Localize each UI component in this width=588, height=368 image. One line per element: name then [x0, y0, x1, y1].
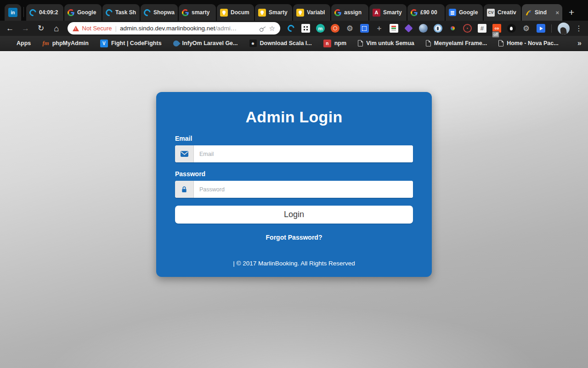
npm-icon: n: [323, 40, 331, 47]
scala-download-icon: *: [249, 40, 257, 47]
bookmark-codefights[interactable]: V Fight | CodeFights: [100, 40, 162, 47]
tab-google[interactable]: Google: [64, 4, 102, 21]
page-title: Admin Login: [175, 108, 413, 126]
pinned-tab-divider: [23, 7, 24, 17]
tab-shopware[interactable]: Shopwa: [141, 4, 178, 21]
clock-extension-icon[interactable]: [463, 24, 472, 33]
gear-extension-icon[interactable]: ⚙: [345, 24, 354, 33]
lightbulb-icon: [258, 9, 266, 17]
crescent-extension-icon[interactable]: [286, 23, 296, 33]
address-bar[interactable]: ! Not Secure | admin.sindo.dev.marlinboo…: [68, 22, 280, 34]
page-icon: [358, 40, 363, 46]
move-tool-extension-icon[interactable]: +: [375, 24, 384, 33]
linkedin-icon: in: [8, 8, 17, 17]
bookmark-infyom[interactable]: InfyOm Laravel Ge...: [173, 40, 238, 46]
tab-creative[interactable]: CV Creativ: [484, 4, 521, 21]
tab-timer[interactable]: 04:09:2: [26, 4, 63, 21]
reload-button[interactable]: ↻: [35, 24, 46, 32]
lightbulb-icon: [220, 9, 228, 17]
not-secure-warning-icon[interactable]: !: [73, 26, 79, 31]
color-picker-extension-icon[interactable]: [448, 24, 457, 33]
email-label: Email: [175, 135, 413, 142]
bookmark-npm[interactable]: n npm: [323, 40, 346, 47]
tab-linkedin-pinned[interactable]: in: [5, 4, 21, 21]
tab-smarty-a[interactable]: A Smarty: [369, 4, 407, 21]
hashtag-extension-icon[interactable]: #: [478, 24, 486, 33]
password-key-icon[interactable]: [258, 24, 266, 32]
copyright-footer: | © 2017 MarlinBooking. All Rights Reser…: [175, 260, 413, 267]
browser-toolbar: ← → ↻ ⌂ ! Not Secure | admin.sindo.dev.m…: [0, 21, 588, 36]
url-text: admin.sindo.dev.marlinbooking.net/admi…: [120, 25, 256, 32]
profile-avatar[interactable]: [558, 23, 570, 34]
tab-strip: in 04:09:2 Google Task Sh Shopwa smarty …: [0, 0, 588, 21]
qr-scanner-extension-icon[interactable]: [301, 24, 310, 33]
back-button[interactable]: ←: [5, 24, 16, 32]
cv-icon: CV: [487, 9, 495, 17]
google-icon: [68, 9, 74, 16]
password-input-group: [175, 181, 413, 198]
marlin-icon: [525, 9, 532, 16]
tab-documentation[interactable]: Docum: [217, 4, 254, 21]
home-button[interactable]: ⌂: [51, 24, 62, 33]
password-label: Password: [175, 170, 413, 178]
tab-google-docs[interactable]: Google: [446, 4, 483, 21]
password-input[interactable]: [194, 181, 413, 198]
page-content: Admin Login Email Password Login Forgot …: [0, 51, 588, 368]
bookmark-phpmyadmin[interactable]: fm phpMyAdmin: [42, 40, 89, 47]
tab-variable[interactable]: Variabl: [293, 4, 330, 21]
purple-diamond-extension-icon[interactable]: [404, 24, 413, 33]
crescent-icon: [142, 8, 152, 17]
tab-smarty-docs[interactable]: Smarty: [255, 4, 292, 21]
email-input[interactable]: [194, 145, 413, 162]
colorzilla-extension-icon[interactable]: cooff: [492, 24, 501, 33]
select-area-extension-icon[interactable]: [360, 24, 369, 33]
opera-extension-icon[interactable]: [434, 24, 442, 33]
docs-icon: [449, 9, 456, 16]
gear-burst-extension-icon[interactable]: ⚙: [522, 24, 531, 33]
letter-a-icon: A: [373, 9, 380, 17]
bookmark-star-icon[interactable]: ☆: [269, 25, 275, 32]
page-icon: [426, 40, 431, 46]
notes-extension-icon[interactable]: [390, 24, 398, 33]
not-secure-label: Not Secure: [82, 25, 112, 32]
ubuntu-extension-icon[interactable]: [331, 24, 339, 33]
google-icon: [411, 9, 418, 16]
toolbar-divider: [551, 24, 552, 33]
browser-menu-icon[interactable]: ⋮: [575, 24, 582, 33]
tab-task[interactable]: Task Sh: [102, 4, 140, 21]
bookmark-apps[interactable]: Apps: [6, 40, 31, 47]
bookmark-menyelami[interactable]: Menyelami Frame...: [426, 40, 487, 46]
tab-smarty-search[interactable]: smarty: [179, 4, 216, 21]
envelope-icon: [175, 145, 194, 162]
page-icon: [498, 40, 503, 46]
bookmark-nova[interactable]: Home - Nova Pac...: [498, 40, 559, 46]
flame-extension-icon[interactable]: [507, 24, 516, 33]
apps-grid-icon: [6, 40, 13, 47]
admin-login-card: Admin Login Email Password Login Forgot …: [156, 92, 432, 277]
bookmarks-overflow-icon[interactable]: »: [577, 39, 582, 47]
mail-tracker-extension-icon[interactable]: m: [316, 24, 325, 33]
forgot-password-link[interactable]: Forgot Password?: [175, 234, 413, 241]
tab-currency[interactable]: £90 00: [407, 4, 445, 21]
login-button[interactable]: Login: [175, 206, 413, 224]
new-tab-button[interactable]: +: [569, 7, 574, 18]
bookmarks-bar: Apps fm phpMyAdmin V Fight | CodeFights …: [0, 36, 588, 51]
tab-sindo-active[interactable]: Sind ×: [522, 4, 562, 21]
lock-icon: [175, 181, 194, 198]
phpmyadmin-icon: fm: [42, 40, 49, 47]
infyom-icon: [172, 39, 180, 47]
close-tab-icon[interactable]: ×: [555, 9, 559, 16]
extension-off-badge: off: [492, 31, 499, 38]
browser-window: in 04:09:2 Google Task Sh Shopwa smarty …: [0, 0, 588, 368]
bookmark-vim[interactable]: Vim untuk Semua: [358, 40, 414, 46]
screen-capture-extension-icon[interactable]: [537, 24, 545, 33]
forward-button[interactable]: →: [20, 24, 31, 32]
crescent-icon: [104, 8, 114, 17]
lightbulb-icon: [296, 9, 304, 17]
url-divider: |: [115, 25, 117, 32]
globe-extension-icon[interactable]: [419, 24, 428, 33]
tab-assign[interactable]: assign: [331, 4, 368, 21]
google-icon: [334, 9, 341, 16]
bookmark-scala[interactable]: * Download Scala I...: [249, 40, 312, 47]
google-icon: [182, 9, 189, 16]
